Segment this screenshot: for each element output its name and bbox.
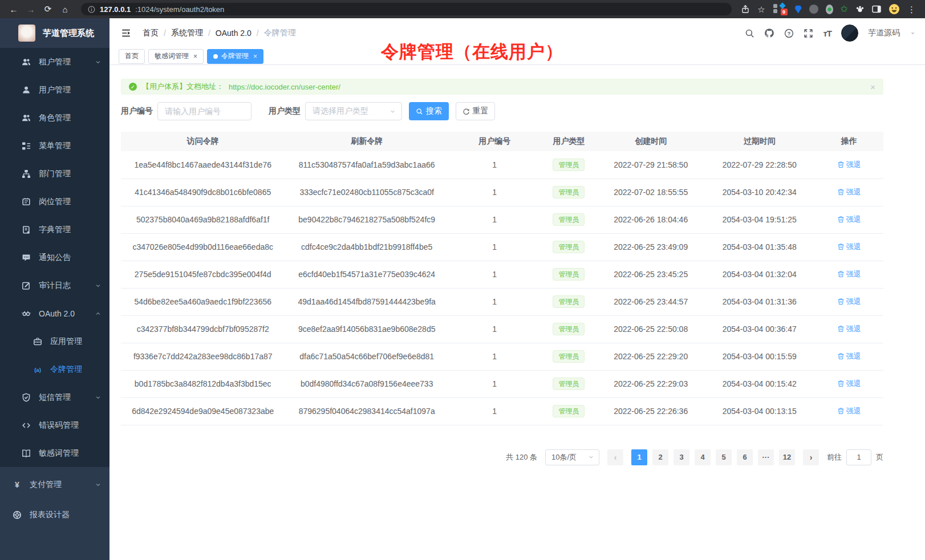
goto-page: 前往 页 (827, 449, 883, 465)
sidebar-item-user[interactable]: 用户管理 (0, 76, 109, 104)
app-logo[interactable]: 芋道管理系统 (0, 18, 109, 48)
browser-menu-icon[interactable]: ⋮ (907, 5, 916, 14)
sidebar-item-oauth[interactable]: OAuth 2.0 (0, 299, 109, 327)
extension-circle-icon[interactable] (809, 5, 818, 14)
force-logout-button[interactable]: 强退 (837, 324, 861, 334)
force-logout-button[interactable]: 强退 (837, 160, 861, 170)
user-type-tag: 管理员 (553, 350, 585, 363)
table-row: 41c41346a548490f9dc8b01c6bfe0865333ecfc7… (121, 178, 883, 206)
sidebar-item-token[interactable]: (a)令牌管理 (0, 355, 109, 383)
user-type-cell: 管理员 (540, 315, 597, 343)
alert-doc-link[interactable]: https://doc.iocoder.cn/user-center/ (229, 83, 340, 91)
sidebar-item-label: 报表设计器 (30, 510, 102, 520)
extension-star-icon[interactable]: ✩ (841, 5, 848, 14)
profile-emoji-avatar[interactable] (889, 3, 900, 15)
sidebar-item-tenant[interactable]: 租户管理 (0, 48, 109, 76)
screen: ← → ⟳ ⌂ 127.0.0.1:1024/system/oauth2/tok… (0, 0, 925, 560)
breadcrumb-item[interactable]: OAuth 2.0 (216, 29, 251, 38)
user-id-input[interactable] (157, 102, 251, 120)
sidebar-item-pay[interactable]: ¥支付管理 (0, 469, 109, 500)
reset-button[interactable]: 重置 (456, 102, 495, 120)
user-name[interactable]: 芋道源码 (868, 28, 900, 38)
page-button-4[interactable]: 4 (695, 449, 711, 465)
sidebar-item-sms[interactable]: 短信管理 (0, 383, 109, 411)
tab-label: 令牌管理 (221, 51, 249, 61)
font-size-icon[interactable]: тT (823, 29, 831, 38)
search-icon[interactable] (745, 29, 754, 38)
tab-home[interactable]: 首页 (119, 49, 145, 64)
collapse-sidebar-icon[interactable] (120, 27, 132, 39)
browser-back-icon[interactable]: ← (7, 2, 21, 16)
prev-page-button[interactable]: ‹ (607, 449, 623, 465)
tab-bar: 首页敏感词管理×令牌管理× (109, 48, 925, 65)
tab-token[interactable]: 令牌管理× (207, 49, 263, 64)
page-button-2[interactable]: 2 (652, 449, 668, 465)
site-info-icon[interactable] (88, 6, 95, 13)
page-button-1[interactable]: 1 (631, 449, 647, 465)
user-type-tag: 管理员 (553, 186, 585, 198)
expire-time-cell: 2054-03-04 01:31:36 (704, 288, 815, 315)
sidebar-item-post[interactable]: 岗位管理 (0, 188, 109, 216)
help-icon[interactable]: ? (784, 29, 794, 38)
fullscreen-icon[interactable] (804, 29, 813, 38)
tab-sensitive-word[interactable]: 敏感词管理× (148, 49, 204, 64)
share-icon[interactable] (741, 5, 750, 14)
users-icon (22, 113, 31, 123)
breadcrumb-item[interactable]: 首页 (143, 28, 159, 38)
browser-actions: ☆ 9 ✩ ⋮ (741, 3, 918, 15)
sidebar-item-report[interactable]: 报表设计器 (0, 500, 109, 530)
sidebar-item-audit[interactable]: 审计日志 (0, 271, 109, 299)
goto-page-input[interactable] (846, 449, 871, 465)
force-logout-button[interactable]: 强退 (837, 187, 861, 197)
side-panel-icon[interactable] (872, 5, 881, 14)
user-avatar[interactable] (841, 25, 858, 42)
browser-reload-icon[interactable]: ⟳ (41, 2, 55, 16)
page-size-select[interactable]: 10条/页 (545, 449, 599, 465)
table-row: 54d6be82ee5a460a9aedc1f9bf22365649d1aa46… (121, 288, 883, 315)
expire-time-cell: 2054-03-04 00:15:42 (704, 370, 815, 397)
chevron-down-icon[interactable] (910, 30, 916, 36)
bookmark-star-icon[interactable]: ☆ (757, 5, 765, 14)
active-tab-dot (213, 54, 218, 59)
force-logout-button[interactable]: 强退 (837, 379, 861, 389)
alert-close-icon[interactable]: × (870, 82, 875, 92)
force-logout-button[interactable]: 强退 (837, 269, 861, 279)
force-logout-button[interactable]: 强退 (837, 214, 861, 225)
sidebar-item-app[interactable]: 应用管理 (0, 327, 109, 355)
address-bar[interactable]: 127.0.0.1:1024/system/oauth2/token (81, 3, 732, 15)
extension-paw-icon[interactable] (855, 5, 865, 14)
sidebar-item-errcode[interactable]: 错误码管理 (0, 411, 109, 439)
user-type-cell: 管理员 (540, 261, 597, 288)
tab-close-icon[interactable]: × (193, 52, 197, 60)
extension-oval-icon[interactable] (826, 5, 833, 14)
next-page-button[interactable]: › (803, 449, 819, 465)
refresh-token-cell: dfa6c71a50a54c66bef706ef9e6e8d81 (285, 343, 448, 370)
sidebar-item-notice[interactable]: 通知公告 (0, 244, 109, 271)
force-logout-button[interactable]: 强退 (837, 351, 861, 362)
page-button-6[interactable]: 6 (737, 449, 753, 465)
force-logout-button[interactable]: 强退 (837, 242, 861, 252)
force-logout-button[interactable]: 强退 (837, 297, 861, 307)
breadcrumb-item[interactable]: 系统管理 (171, 28, 203, 38)
page-button-3[interactable]: 3 (674, 449, 689, 465)
tab-close-icon[interactable]: × (253, 52, 257, 60)
extension-group-icon[interactable]: 9 (773, 3, 788, 15)
force-logout-button[interactable]: 强退 (837, 406, 861, 416)
browser-home-icon[interactable]: ⌂ (58, 2, 72, 16)
extension-drop-icon[interactable] (795, 5, 802, 14)
page-button-5[interactable]: 5 (716, 449, 732, 465)
sidebar-item-menu[interactable]: 菜单管理 (0, 132, 109, 160)
github-icon[interactable] (764, 28, 774, 38)
sidebar-item-role[interactable]: 角色管理 (0, 104, 109, 132)
browser-forward-icon[interactable]: → (24, 2, 38, 16)
sidebar-item-dept[interactable]: 部门管理 (0, 160, 109, 188)
user-type-select[interactable]: 请选择用户类型 (305, 102, 402, 120)
page-button-12[interactable]: 12 (779, 449, 795, 465)
sidebar-item-label: 岗位管理 (39, 197, 102, 207)
force-logout-label: 强退 (846, 242, 861, 252)
sidebar-item-sensitive[interactable]: 敏感词管理 (0, 439, 109, 467)
badge-icon (22, 197, 31, 206)
sidebar-item-dict[interactable]: 字典管理 (0, 216, 109, 244)
pager-ellipsis[interactable]: ··· (758, 449, 774, 465)
search-button[interactable]: 搜索 (409, 102, 449, 120)
